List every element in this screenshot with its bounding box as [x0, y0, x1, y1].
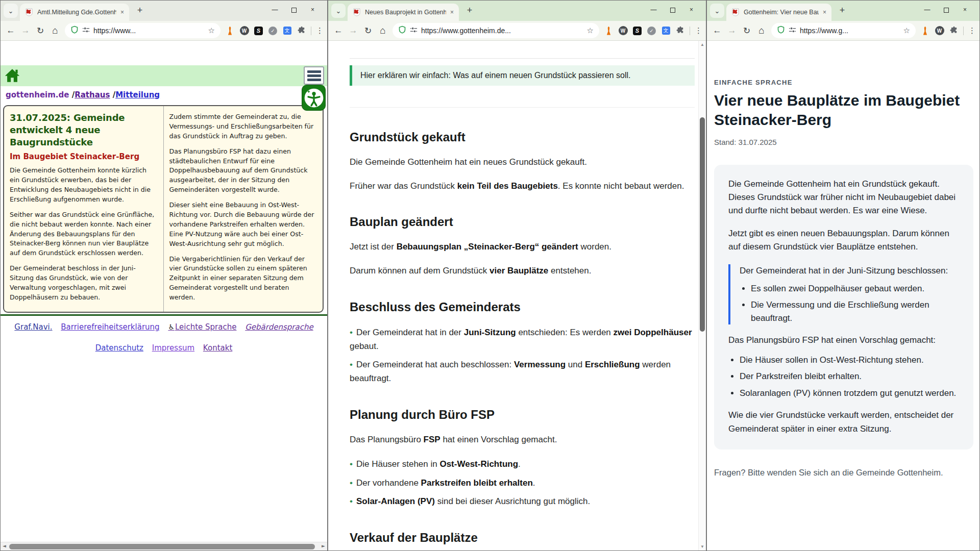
extensions-puzzle-icon[interactable] — [297, 26, 306, 36]
breadcrumb-site[interactable]: gottenheim.de — [6, 90, 69, 99]
lighthouse-extension-icon[interactable] — [920, 26, 930, 36]
close-window-button[interactable]: × — [955, 5, 974, 15]
site-info-shield-icon[interactable] — [398, 26, 406, 36]
new-tab-button[interactable]: + — [836, 4, 849, 17]
lighthouse-extension-icon[interactable] — [225, 26, 235, 36]
tab[interactable]: Amtl.Mitteilung Gde.Gottenhei × — [20, 4, 129, 21]
site-controls-icon[interactable] — [410, 26, 418, 36]
footer-links-row-2: Datenschutz Impressum Kontakt — [1, 343, 327, 353]
scroll-left-icon[interactable]: ◄ — [3, 543, 6, 548]
bookmark-star-icon[interactable]: ☆ — [903, 26, 910, 35]
site-controls-icon[interactable] — [789, 26, 796, 36]
footer-link-barrierefreiheit[interactable]: Barrierefreiheitserklärung — [61, 322, 159, 332]
browser-menu-icon[interactable]: ⋮ — [316, 26, 322, 35]
tab-strip-chevron-button[interactable]: ⌄ — [4, 4, 18, 18]
tab-strip-chevron-button[interactable]: ⌄ — [331, 4, 346, 18]
close-window-button[interactable]: × — [303, 5, 322, 15]
checker-extension-icon[interactable]: ✓ — [268, 26, 278, 36]
tab-strip-chevron-button[interactable]: ⌄ — [710, 4, 724, 18]
breadcrumb-separator: / — [110, 90, 115, 99]
paragraph: Seither war das Grundstück eine Grünfläc… — [10, 210, 158, 258]
maximize-button[interactable] — [663, 5, 682, 15]
home-button[interactable]: ⌂ — [50, 25, 60, 36]
footer-link-gebaerdensprache[interactable]: Gebärdensprache — [245, 322, 313, 332]
accessibility-widget-button[interactable] — [302, 85, 326, 111]
url-text[interactable]: https://www.g... — [800, 27, 848, 35]
gottenheim-crest-favicon-icon — [731, 8, 740, 16]
paragraph: Jetzt gibt es einen neuen Bebauungsplan.… — [728, 227, 959, 254]
browser-menu-icon[interactable]: ⋮ — [695, 26, 701, 35]
footer-link-datenschutz[interactable]: Datenschutz — [95, 343, 143, 353]
footer-link-graf-navi[interactable]: Graf.Navi. — [14, 322, 52, 332]
scroll-down-icon[interactable]: ▼ — [699, 544, 706, 549]
extensions-puzzle-icon[interactable] — [675, 26, 685, 36]
forward-button[interactable]: → — [727, 26, 737, 36]
blockquote-intro: Der Gemeinderat hat in der Juni-Sitzung … — [740, 264, 959, 278]
site-home-icon[interactable] — [4, 67, 21, 86]
forward-button[interactable]: → — [348, 26, 358, 36]
tab-close-icon[interactable]: × — [823, 9, 826, 16]
translate-extension-icon[interactable]: 文 — [282, 26, 292, 36]
section-heading-grundstueck-gekauft: Grundstück gekauft — [350, 130, 695, 144]
vertical-scrollbar-thumb[interactable] — [700, 117, 705, 332]
address-bar[interactable]: https://www.g... ☆ — [771, 23, 916, 38]
stylus-extension-icon[interactable]: S — [254, 26, 263, 36]
scroll-right-icon[interactable]: ► — [322, 543, 325, 548]
footer-link-leichte-sprache[interactable]: ♿Leichte Sprache — [168, 322, 236, 332]
wayback-machine-extension-icon[interactable]: W — [618, 26, 628, 36]
date-line: Stand: 31.07.2025 — [714, 138, 973, 146]
bookmark-star-icon[interactable]: ☆ — [587, 26, 594, 35]
breadcrumb-link-mitteilung[interactable]: Mitteilung — [115, 90, 160, 99]
maximize-button[interactable] — [937, 5, 955, 15]
scroll-up-icon[interactable]: ▲ — [699, 42, 706, 47]
minimize-button[interactable]: — — [265, 5, 284, 15]
wayback-machine-extension-icon[interactable]: W — [935, 26, 944, 36]
home-button[interactable]: ⌂ — [378, 25, 388, 36]
back-button[interactable]: ← — [6, 26, 16, 36]
extensions-puzzle-icon[interactable] — [949, 26, 959, 36]
footer-link-kontakt[interactable]: Kontakt — [203, 343, 232, 353]
chevron-down-icon: ⌄ — [336, 7, 341, 15]
site-info-shield-icon[interactable] — [70, 26, 79, 36]
close-window-button[interactable]: × — [682, 5, 701, 15]
tab-strip: ⌄ Neues Bauprojekt in Gottenhei × + — × — [328, 1, 706, 21]
url-text[interactable]: https://www.gottenheim.de... — [421, 27, 511, 35]
back-button[interactable]: ← — [333, 26, 344, 36]
bullet-icon: • — [350, 478, 353, 488]
back-button[interactable]: ← — [712, 26, 722, 36]
site-menu-hamburger-button[interactable] — [304, 66, 324, 85]
breadcrumb-link-rathaus[interactable]: Rathaus — [75, 90, 110, 99]
section-heading-bauplan-geaendert: Bauplan geändert — [350, 215, 695, 229]
site-controls-icon[interactable] — [82, 26, 90, 36]
maximize-button[interactable] — [284, 5, 303, 15]
minimize-button[interactable]: — — [918, 5, 937, 15]
lighthouse-extension-icon[interactable] — [604, 26, 614, 36]
stylus-extension-icon[interactable]: S — [632, 26, 642, 36]
minimize-button[interactable]: — — [644, 5, 663, 15]
wayback-machine-extension-icon[interactable]: W — [239, 26, 249, 36]
address-bar[interactable]: https://www... ☆ — [65, 23, 220, 38]
new-tab-button[interactable]: + — [463, 4, 476, 17]
checker-extension-icon[interactable]: ✓ — [647, 26, 656, 36]
reload-button[interactable]: ↻ — [742, 26, 752, 36]
horizontal-scrollbar-thumb[interactable] — [9, 544, 315, 549]
reload-button[interactable]: ↻ — [35, 26, 45, 36]
reload-button[interactable]: ↻ — [363, 26, 373, 36]
tab-close-icon[interactable]: × — [450, 9, 454, 16]
bookmark-star-icon[interactable]: ☆ — [208, 26, 215, 35]
translate-extension-icon[interactable]: 文 — [661, 26, 671, 36]
home-button[interactable]: ⌂ — [756, 25, 767, 36]
tab[interactable]: Neues Bauprojekt in Gottenhei × — [348, 4, 459, 21]
address-bar[interactable]: https://www.gottenheim.de... ☆ — [393, 23, 599, 38]
horizontal-scrollbar[interactable]: ◄ ► — [1, 542, 327, 550]
url-text[interactable]: https://www... — [93, 27, 136, 35]
vertical-scrollbar[interactable]: ▲ ▼ — [698, 41, 706, 550]
browser-menu-icon[interactable]: ⋮ — [968, 26, 974, 35]
site-info-shield-icon[interactable] — [777, 26, 785, 36]
tab[interactable]: Gottenheim: Vier neue Bauplätz × — [726, 4, 831, 21]
tab-close-icon[interactable]: × — [120, 9, 124, 16]
footer-link-impressum[interactable]: Impressum — [152, 343, 194, 353]
forward-button[interactable]: → — [20, 26, 31, 36]
new-tab-button[interactable]: + — [133, 4, 146, 17]
chevron-down-icon: ⌄ — [715, 7, 720, 15]
